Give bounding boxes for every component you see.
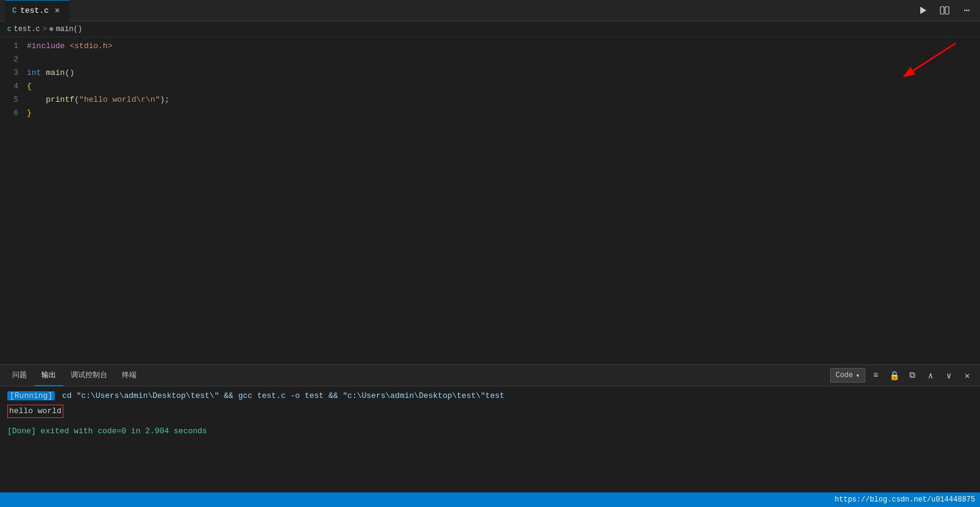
panel-tabs: 问题 输出 调试控制台 终端 Code ▾ ≡ 🔒 ⧉ ∧ ∨ ✕	[0, 365, 980, 386]
svg-marker-0	[920, 7, 926, 14]
copy-output-button[interactable]: ⧉	[904, 367, 920, 383]
scroll-up-button[interactable]: ∧	[923, 367, 939, 383]
dropdown-label: Code	[836, 371, 853, 380]
more-icon: ⋯	[964, 4, 970, 16]
tab-debug-console[interactable]: 调试控制台	[63, 365, 115, 386]
breadcrumb-func-icon: ⊕	[49, 25, 54, 33]
tab-output[interactable]: 输出	[34, 365, 63, 386]
breadcrumb-bar: C test.c > ⊕ main()	[0, 21, 980, 37]
clear-output-button[interactable]: ≡	[868, 367, 884, 383]
file-type-icon: C	[12, 7, 16, 15]
tab-close-button[interactable]: ×	[52, 6, 62, 16]
output-hello-text: hello world	[7, 405, 63, 418]
breadcrumb-func[interactable]: main()	[56, 25, 82, 34]
tab-terminal[interactable]: 终端	[115, 365, 144, 386]
close-panel-button[interactable]: ✕	[959, 367, 975, 383]
tab-problems[interactable]: 问题	[5, 365, 34, 386]
title-actions: ⋯	[914, 2, 975, 19]
more-actions-button[interactable]: ⋯	[958, 2, 975, 19]
breadcrumb-separator: >	[43, 25, 47, 34]
title-bar: C test.c × ⋯	[0, 0, 980, 21]
panel-content: [Running] cd "c:\Users\admin\Desktop\tes…	[0, 386, 980, 492]
code-line-4: {	[27, 80, 980, 93]
code-line-2	[27, 53, 980, 66]
output-hello-line: hello world	[7, 405, 973, 418]
code-line-1: #include <stdio.h>	[27, 40, 980, 53]
status-bar: https://blog.csdn.net/u014448875	[0, 492, 980, 507]
done-line: [Done] exited with code=0 in 2.904 secon…	[7, 425, 973, 438]
svg-rect-1	[940, 7, 944, 14]
breadcrumb-file[interactable]: test.c	[14, 25, 40, 34]
code-line-3: int main()	[27, 66, 980, 80]
code-container: 1 2 3 4 5 6 #include <stdio.h> int main(…	[0, 37, 980, 364]
editor-wrapper: 1 2 3 4 5 6 #include <stdio.h> int main(…	[0, 37, 980, 364]
editor-area[interactable]: 1 2 3 4 5 6 #include <stdio.h> int main(…	[0, 37, 980, 364]
line-numbers: 1 2 3 4 5 6	[0, 40, 24, 364]
editor-tab[interactable]: C test.c ×	[5, 0, 69, 21]
code-line-6: }	[27, 107, 980, 120]
lock-scroll-button[interactable]: 🔒	[886, 367, 902, 383]
status-url[interactable]: https://blog.csdn.net/u014448875	[835, 495, 975, 504]
tab-label: test.c	[20, 6, 49, 15]
breadcrumb-file-icon: C	[7, 26, 12, 33]
split-editor-button[interactable]	[936, 2, 953, 19]
running-badge: [Running]	[7, 391, 55, 400]
code-lines: #include <stdio.h> int main() { printf("…	[24, 40, 980, 364]
code-line-5: printf("hello world\r\n");	[27, 93, 980, 107]
panel-tab-actions: Code ▾ ≡ 🔒 ⧉ ∧ ∨ ✕	[830, 367, 975, 383]
done-text: [Done] exited with code=0 in 2.904 secon…	[7, 427, 207, 436]
running-line: [Running] cd "c:\Users\admin\Desktop\tes…	[7, 390, 973, 402]
running-command: cd "c:\Users\admin\Desktop\test\" && gcc…	[62, 391, 505, 400]
scroll-down-button[interactable]: ∨	[941, 367, 957, 383]
svg-rect-2	[945, 7, 949, 14]
panel-area: 问题 输出 调试控制台 终端 Code ▾ ≡ 🔒 ⧉ ∧ ∨ ✕ [Runni…	[0, 364, 980, 492]
output-channel-dropdown[interactable]: Code ▾	[830, 368, 865, 383]
run-button[interactable]	[914, 2, 931, 19]
chevron-down-icon: ▾	[856, 371, 860, 380]
